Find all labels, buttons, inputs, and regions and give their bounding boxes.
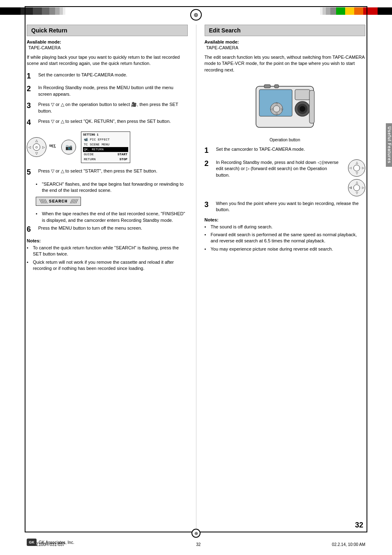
center-btn-small bbox=[353, 165, 360, 171]
step-4: 4 Press ▽ or △ to select "QK. RETURN", t… bbox=[27, 118, 188, 127]
edit-step-2-content: In Recording Standby mode, press and hol… bbox=[216, 159, 366, 196]
search-display: ╲╲╲╲╲ SEARCH ╱╱╱╱╱ bbox=[36, 197, 188, 206]
step-5-bullet-2-container: • When the tape reaches the end of the l… bbox=[36, 211, 188, 223]
edit-search-title: Edit Search bbox=[205, 25, 366, 36]
menu-screen-box: SETTING 1 📹 PIC EFFECT TC SCENE MENU QK.… bbox=[81, 131, 130, 164]
footer-company: GK Associates, Inc. bbox=[39, 540, 74, 545]
quick-return-title: Quick Return bbox=[27, 25, 188, 36]
edit-search-intro: The edit search function lets you search… bbox=[205, 54, 366, 73]
step-text-5: Press ▽ or △ to select "START", then pre… bbox=[38, 168, 188, 174]
edit-step-text-2: In Recording Standby mode, press and hol… bbox=[216, 159, 341, 178]
compass-icon: ⊕ bbox=[190, 9, 202, 21]
step-6: 6 Press the MENU button to turn off the … bbox=[27, 225, 188, 234]
left-arrow-small-2: ◁ bbox=[349, 186, 351, 189]
color-block bbox=[345, 7, 354, 15]
step-5-bullet-text-1: "SEARCH" flashes, and the tape begins fa… bbox=[42, 181, 188, 194]
step-1: 1 Set the camcorder to TAPE-CAMERA mode. bbox=[27, 72, 188, 81]
color-block bbox=[0, 7, 21, 15]
svg-point-10 bbox=[273, 106, 280, 112]
step-number-5: 5 bbox=[27, 168, 36, 177]
side-line-right bbox=[367, 6, 367, 532]
menu-item-pic: 📹 PIC EFFECT bbox=[83, 137, 128, 142]
quick-return-notes: Notes: • To cancel the quick return func… bbox=[27, 238, 188, 272]
available-mode-value-right: TAPE-CAMERA bbox=[205, 45, 366, 50]
step-5-bullets: • "SEARCH" flashes, and the tape begins … bbox=[36, 181, 188, 194]
step-number-6: 6 bbox=[27, 225, 36, 234]
edit-search-notes: Notes: • The sound is off during search.… bbox=[205, 217, 366, 253]
svg-rect-2 bbox=[295, 90, 310, 100]
available-mode-label-left: Available mode: bbox=[27, 39, 188, 44]
right-arrow-icon: ▷ bbox=[42, 145, 45, 149]
tape-display-box: ╲╲╲╲╲ SEARCH ╱╱╱╱╱ bbox=[36, 197, 81, 206]
footer-date: 02.2.14, 10:00 AM bbox=[332, 542, 365, 547]
step-5-bullet-1: • "SEARCH" flashes, and the tape begins … bbox=[36, 181, 188, 194]
down-arrow-small-2: ▽ bbox=[356, 191, 358, 195]
bullet-icon: • bbox=[27, 245, 32, 251]
color-block bbox=[63, 7, 65, 15]
edit-step-text-3: When you find the point where you want t… bbox=[216, 200, 366, 213]
main-content: Quick Return Available mode: TAPE-CAMERA… bbox=[27, 25, 365, 530]
bullet-icon: • bbox=[205, 224, 210, 230]
notes-title-left: Notes: bbox=[27, 238, 188, 243]
down-arrow-icon: ▽ bbox=[35, 152, 38, 155]
bullet-icon: • bbox=[36, 181, 41, 187]
step-text-4: Press ▽ or △ to select "QK. RETURN", the… bbox=[38, 118, 188, 124]
color-block bbox=[42, 7, 49, 15]
set-label: SET bbox=[49, 144, 55, 147]
menu-screen-title: SETTING 1 bbox=[83, 133, 128, 137]
down-arrow-small: ▽ bbox=[356, 172, 358, 175]
step-number-2: 2 bbox=[27, 85, 36, 94]
operation-button-icon: △ ▽ ◁ ▷ O bbox=[27, 137, 46, 157]
color-block bbox=[60, 7, 63, 15]
top-bar-right bbox=[196, 7, 392, 15]
page-border-top bbox=[25, 6, 367, 7]
note-1: • To cancel the quick return function wh… bbox=[27, 245, 188, 258]
side-line-left bbox=[25, 6, 25, 532]
menu-screen: SETTING 1 📹 PIC EFFECT TC SCENE MENU QK.… bbox=[81, 131, 130, 164]
svg-rect-7 bbox=[274, 85, 279, 88]
center-button: O bbox=[33, 143, 40, 151]
edit-note-text-1: The sound is off during search. bbox=[211, 224, 273, 230]
step-3: 3 Press ▽ or △ on the operation button t… bbox=[27, 101, 188, 114]
camera-icon-circle: 📷 bbox=[61, 140, 76, 154]
menu-item-scene: TC SCENE MENU bbox=[83, 142, 128, 147]
step-5-bullet-2: • When the tape reaches the end of the l… bbox=[36, 211, 188, 223]
color-block bbox=[378, 7, 392, 15]
step-number-4: 4 bbox=[27, 118, 36, 127]
edit-search-button-icons: △ ▽ ◁ ▷ △ ▽ ◁ ▷ bbox=[348, 159, 365, 196]
center-btn-small-2 bbox=[353, 184, 360, 191]
step-number-1: 1 bbox=[27, 72, 36, 81]
edit-step-number-3: 3 bbox=[205, 200, 214, 210]
svg-rect-8 bbox=[309, 90, 314, 123]
edit-note-text-2: Forward edit search is performed at the … bbox=[211, 232, 366, 244]
edit-step-number-1: 1 bbox=[205, 146, 214, 155]
quick-return-intro: If while playing back your tape you want… bbox=[27, 54, 188, 67]
tape-left-arrows: ╲╲╲╲╲ bbox=[39, 199, 46, 204]
left-arrow-icon: ◁ bbox=[28, 145, 31, 149]
quick-return-section: Quick Return Available mode: TAPE-CAMERA… bbox=[27, 25, 188, 530]
note-text-1: To cancel the quick return function whil… bbox=[33, 245, 188, 258]
color-block bbox=[49, 7, 55, 15]
op-button-bottom: △ ▽ ◁ ▷ bbox=[348, 179, 365, 196]
color-block bbox=[33, 7, 42, 15]
step-5: 5 Press ▽ or △ to select "START", then p… bbox=[27, 168, 188, 177]
edit-note-2: • Forward edit search is performed at th… bbox=[205, 232, 366, 244]
bullet-icon: • bbox=[27, 259, 32, 265]
menu-illustration: △ ▽ ◁ ▷ O SET → 📷 SETTING 1 📹 PIC EFFECT… bbox=[27, 131, 188, 164]
edit-step-3: 3 When you find the point where you want… bbox=[205, 200, 366, 213]
left-arrow-small: ◁ bbox=[349, 166, 351, 170]
edit-search-section: Edit Search Available mode: TAPE-CAMERA … bbox=[196, 25, 366, 530]
search-text: SEARCH bbox=[49, 199, 68, 204]
camera-svg: △ ▽ ◁ ▷ bbox=[248, 78, 322, 136]
edit-step-text-1: Set the camcorder to TAPE-CAMERA mode. bbox=[216, 146, 366, 152]
edit-step-number-2: 2 bbox=[205, 159, 214, 168]
footer-logo-area: GK GK Associates, Inc. bbox=[27, 539, 74, 546]
color-block bbox=[326, 7, 330, 15]
step-number-3: 3 bbox=[27, 101, 36, 111]
step-text-2: In Recording Standby mode, press the MEN… bbox=[38, 85, 188, 97]
top-bar-left bbox=[0, 7, 196, 15]
up-arrow-small-2: △ bbox=[356, 181, 358, 184]
useful-features-tab: Useful Features bbox=[386, 123, 392, 167]
right-arrow-small-2: ▷ bbox=[362, 186, 364, 189]
available-mode-label-right: Available mode: bbox=[205, 39, 366, 44]
